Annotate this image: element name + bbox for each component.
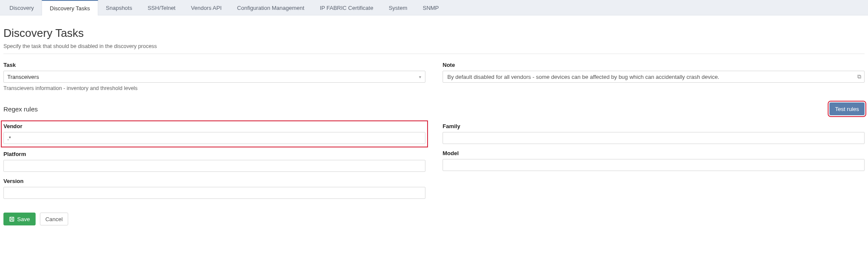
- tab-label: SNMP: [423, 5, 439, 11]
- tab-label: IP FABRIC Certificate: [320, 5, 374, 11]
- save-label: Save: [17, 216, 30, 222]
- platform-label: Platform: [3, 151, 425, 157]
- test-rules-button[interactable]: Test rules: [829, 102, 865, 115]
- save-button[interactable]: Save: [3, 213, 36, 225]
- test-rules-label: Test rules: [835, 106, 859, 112]
- page-title: Discovery Tasks: [3, 27, 865, 40]
- model-label: Model: [443, 150, 865, 156]
- tab-label: Discovery: [9, 5, 34, 11]
- tab-discovery[interactable]: Discovery: [2, 0, 42, 15]
- family-input[interactable]: [443, 132, 865, 144]
- tab-snapshots[interactable]: Snapshots: [98, 0, 140, 15]
- vendor-input[interactable]: [3, 132, 425, 144]
- note-label: Note: [443, 62, 865, 68]
- tab-label: Discovery Tasks: [50, 5, 90, 12]
- model-input[interactable]: [443, 159, 865, 171]
- cancel-label: Cancel: [45, 216, 63, 222]
- tab-snmp[interactable]: SNMP: [415, 0, 447, 15]
- regex-section-title: Regex rules: [3, 105, 38, 113]
- page-content: Discovery Tasks Specify the task that sh…: [0, 15, 868, 234]
- note-input[interactable]: [443, 71, 865, 83]
- page-subtitle: Specify the task that should be disabled…: [3, 43, 865, 54]
- vendor-label: Vendor: [3, 123, 425, 129]
- tab-ip-fabric-certificate[interactable]: IP FABRIC Certificate: [312, 0, 381, 15]
- save-icon: [9, 216, 15, 222]
- svg-rect-0: [10, 217, 14, 221]
- version-label: Version: [3, 178, 425, 184]
- family-label: Family: [443, 123, 865, 129]
- svg-rect-1: [11, 219, 13, 221]
- vendor-highlight-box: Vendor: [1, 120, 428, 147]
- tab-label: Vendors API: [191, 5, 222, 11]
- task-label: Task: [3, 62, 425, 68]
- tab-label: System: [389, 5, 407, 11]
- tab-system[interactable]: System: [381, 0, 415, 15]
- version-input[interactable]: [3, 187, 425, 199]
- tab-discovery-tasks[interactable]: Discovery Tasks: [42, 0, 98, 15]
- tab-bar: Discovery Discovery Tasks Snapshots SSH/…: [0, 0, 868, 15]
- tab-configuration-management[interactable]: Configuration Management: [229, 0, 312, 15]
- platform-input[interactable]: [3, 160, 425, 172]
- expand-icon[interactable]: ⧉: [857, 73, 861, 80]
- tab-label: Configuration Management: [237, 5, 304, 11]
- tab-label: SSH/Telnet: [148, 5, 175, 11]
- task-helper: Transcievers information - inventory and…: [3, 85, 425, 91]
- tab-label: Snapshots: [106, 5, 132, 11]
- task-select[interactable]: Transceivers: [3, 71, 425, 83]
- cancel-button[interactable]: Cancel: [40, 213, 68, 225]
- tab-vendors-api[interactable]: Vendors API: [183, 0, 229, 15]
- tab-ssh-telnet[interactable]: SSH/Telnet: [140, 0, 183, 15]
